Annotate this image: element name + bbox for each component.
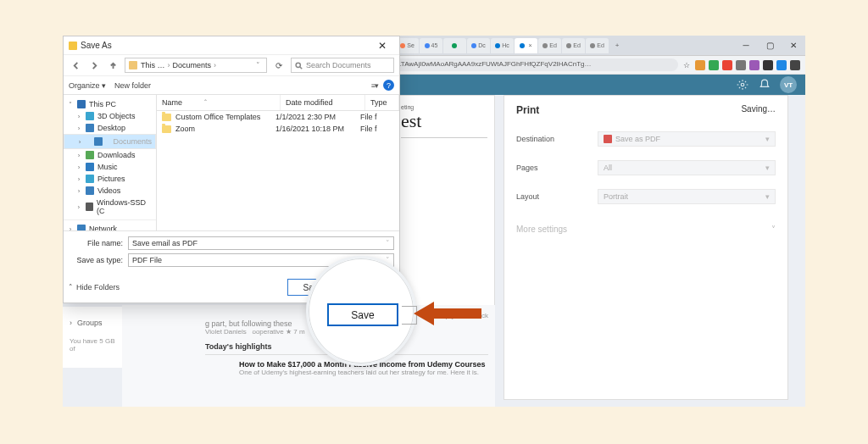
sidebar-item-groups[interactable]: ›Groups xyxy=(63,315,122,330)
extension-icon[interactable] xyxy=(763,60,773,70)
window-close-button[interactable]: ✕ xyxy=(782,36,805,55)
file-row[interactable]: Zoom1/16/2021 10:18 PMFile f xyxy=(157,123,399,135)
browser-tabstrip: Se45DcHc ×EdEdEd + ─ ▢ ✕ xyxy=(345,36,805,56)
url-field[interactable]: LTAwAjI0wMAoARgAAA9xzFUWtAJFGhFHfQZFqV2I… xyxy=(391,58,678,71)
tree-item-label: Documents xyxy=(113,137,152,146)
folder-icon xyxy=(162,125,171,133)
settings-gear-icon[interactable] xyxy=(736,78,749,92)
callout-arrow-icon xyxy=(414,298,481,329)
browser-tab[interactable]: 45 xyxy=(420,38,442,53)
tree-item[interactable]: ›Network xyxy=(64,223,156,230)
organize-menu[interactable]: Organize ▾ xyxy=(69,81,106,90)
tree-folder-icon xyxy=(86,151,94,159)
extension-icon[interactable] xyxy=(709,60,719,70)
folder-tree[interactable]: ˅This PC›3D Objects›Desktop›Documents›Do… xyxy=(64,95,157,230)
chevron-down-icon[interactable]: ˅ xyxy=(253,61,263,69)
window-minimize-button[interactable]: ─ xyxy=(734,36,758,55)
tree-twisty-icon[interactable]: › xyxy=(75,164,82,171)
extension-icon[interactable] xyxy=(776,60,787,70)
dialog-title: Save As xyxy=(81,41,112,50)
tree-twisty-icon[interactable]: › xyxy=(75,175,82,183)
more-settings-toggle[interactable]: More settings˅ xyxy=(504,211,787,247)
print-status: Saving… xyxy=(741,104,776,116)
bookmark-star-icon[interactable]: ☆ xyxy=(683,61,690,69)
tree-item-label: Windows-SSD (C xyxy=(97,198,153,215)
view-menu-icon[interactable]: ≡▾ xyxy=(371,81,378,90)
folder-icon xyxy=(129,61,137,69)
article-subtitle: One of Udemy's highest-earning teachers … xyxy=(239,369,488,376)
favicon-icon xyxy=(590,43,595,48)
dialog-close-button[interactable]: ✕ xyxy=(370,36,394,55)
layout-select[interactable]: Portrait▾ xyxy=(598,189,776,204)
dialog-titlebar: Save As ✕ xyxy=(64,36,399,55)
tree-folder-icon xyxy=(86,186,94,195)
tree-twisty-icon[interactable]: › xyxy=(75,152,82,159)
help-icon[interactable]: ? xyxy=(383,80,394,91)
new-tab-button[interactable]: + xyxy=(609,42,625,49)
svg-marker-2 xyxy=(414,302,481,325)
extension-icon[interactable] xyxy=(790,60,800,70)
tree-item[interactable]: ›Music xyxy=(64,161,156,173)
tree-item-label: Downloads xyxy=(97,151,136,159)
browser-tab[interactable] xyxy=(443,38,466,53)
tree-item-label: Network xyxy=(89,225,117,230)
list-header[interactable]: Nameˆ Date modified Type xyxy=(157,95,399,111)
search-input[interactable]: Search Documents xyxy=(291,58,394,73)
tree-folder-icon xyxy=(94,137,103,146)
save-button-zoomed[interactable]: Save xyxy=(327,303,398,326)
refresh-button[interactable]: ⟳ xyxy=(272,61,286,70)
destination-select[interactable]: Save as PDF ▾ xyxy=(598,131,776,147)
tree-folder-icon xyxy=(86,175,94,183)
search-placeholder: Search Documents xyxy=(306,61,371,69)
browser-tab[interactable]: × xyxy=(515,38,537,53)
pdf-icon xyxy=(604,135,612,143)
notifications-bell-icon[interactable] xyxy=(758,78,771,92)
tree-item[interactable]: ›3D Objects xyxy=(64,110,156,122)
tree-twisty-icon[interactable]: › xyxy=(76,138,83,146)
tree-twisty-icon[interactable]: › xyxy=(75,113,82,120)
extension-icon[interactable] xyxy=(695,60,705,70)
file-name-input[interactable]: Save email as PDF˅ xyxy=(128,236,394,250)
tree-twisty-icon[interactable]: ˅ xyxy=(67,101,74,108)
file-row[interactable]: Custom Office Templates1/1/2021 2:30 PMF… xyxy=(157,111,399,123)
hide-folders-toggle[interactable]: Hide Folders xyxy=(69,283,120,291)
new-folder-button[interactable]: New folder xyxy=(114,81,151,90)
window-maximize-button[interactable]: ▢ xyxy=(758,36,782,55)
extension-icon[interactable] xyxy=(749,60,760,70)
breadcrumb-row: This …› Documents› ˅ ⟳ Search Documents xyxy=(64,55,399,75)
tree-item[interactable]: ›Videos xyxy=(64,185,156,197)
browser-tab[interactable]: Ed xyxy=(562,38,585,53)
breadcrumb-path[interactable]: This …› Documents› ˅ xyxy=(125,58,267,73)
browser-tab[interactable]: Hc xyxy=(491,38,514,53)
pages-select[interactable]: All▾ xyxy=(598,160,776,175)
browser-tab[interactable]: Dc xyxy=(467,38,490,53)
browser-tab[interactable]: Ed xyxy=(586,38,609,53)
tree-item[interactable]: ›Windows-SSD (C xyxy=(64,197,156,217)
favicon-icon xyxy=(542,43,548,48)
pages-label: Pages xyxy=(516,164,598,172)
extension-icon[interactable] xyxy=(736,60,746,70)
file-list[interactable]: Nameˆ Date modified Type Custom Office T… xyxy=(157,95,399,230)
tree-item-label: 3D Objects xyxy=(97,112,136,120)
chevron-down-icon[interactable]: ˅ xyxy=(386,239,390,247)
preview-heading-fragment: est xyxy=(401,110,487,132)
nav-up-button[interactable] xyxy=(106,58,120,72)
tree-item[interactable]: ›Pictures xyxy=(64,173,156,185)
nav-forward-button[interactable] xyxy=(87,58,101,72)
tree-twisty-icon[interactable]: › xyxy=(75,187,82,195)
tree-item[interactable]: ›Documents xyxy=(64,134,156,149)
chevron-down-icon: ▾ xyxy=(765,135,770,143)
tree-item[interactable]: ˅This PC xyxy=(64,98,156,110)
extension-icon[interactable] xyxy=(722,60,732,70)
avatar[interactable]: VT xyxy=(780,76,797,93)
tree-twisty-icon[interactable]: › xyxy=(75,203,82,211)
tree-twisty-icon[interactable]: › xyxy=(75,125,82,132)
app-header: VT xyxy=(345,75,805,95)
svg-point-0 xyxy=(741,83,744,86)
nav-back-button[interactable] xyxy=(69,58,82,72)
tree-item[interactable]: ›Desktop xyxy=(64,122,156,134)
browser-tab[interactable]: Ed xyxy=(538,38,561,53)
tree-item[interactable]: ›Downloads xyxy=(64,149,156,161)
tree-folder-icon xyxy=(77,100,86,108)
save-type-label: Save as type: xyxy=(69,256,128,264)
